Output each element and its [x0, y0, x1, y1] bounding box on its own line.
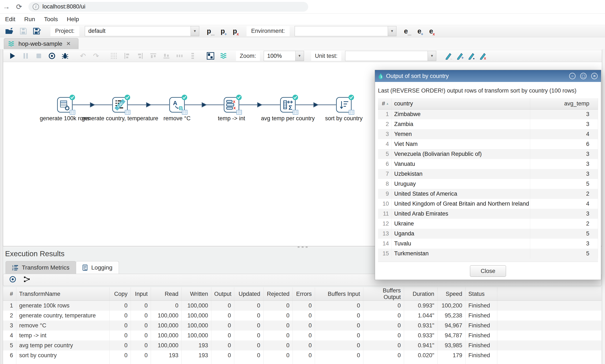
menu-edit[interactable]: Edit	[5, 16, 15, 23]
forward-icon[interactable]: →	[0, 2, 13, 11]
edit-environment-button[interactable]: e…	[404, 27, 412, 35]
row-number: 8	[378, 179, 392, 189]
metrics-col-header[interactable]: Input	[131, 287, 151, 301]
col-header-country[interactable]: country	[392, 98, 530, 109]
project-label: Project:	[50, 26, 79, 36]
preview-row[interactable]: 6 Vanuatu 3	[378, 159, 598, 169]
open-file-icon[interactable]	[5, 27, 14, 35]
preview-row[interactable]: 8 Uruguay 5	[378, 179, 598, 189]
environment-combo-arrow-icon[interactable]: ▼	[388, 26, 396, 36]
transform-sort-by-country[interactable]: sort by country	[336, 97, 352, 113]
metrics-row[interactable]: 6sort by country 00 193193 00 00 00 0.02…	[3, 351, 602, 360]
preview-row[interactable]: 9 United States of America 2	[378, 189, 598, 199]
add-project-button[interactable]: p+	[221, 27, 227, 35]
dialog-titlebar[interactable]: Output of sort by country − ▢ ✕	[375, 70, 601, 82]
detach-unit-test-button[interactable]	[468, 52, 475, 60]
tab-transform-metrics[interactable]: 12 Transform Metrics	[5, 261, 76, 274]
preview-row[interactable]: 3 Yemen 4	[378, 129, 598, 139]
metrics-row[interactable]: 5avg temp per country 00 100,000193 00 0…	[3, 340, 602, 351]
show-hide-results-eye-icon[interactable]	[9, 276, 16, 284]
col-header-num[interactable]: #▲	[378, 98, 392, 109]
project-combo-arrow-icon[interactable]: ▼	[191, 26, 199, 36]
address-bar[interactable]: i localhost:8080/ui	[28, 2, 308, 12]
preview-row[interactable]: 2 Zambia 3	[378, 119, 598, 129]
minimize-icon[interactable]: −	[569, 73, 576, 79]
show-execution-results-button[interactable]	[207, 52, 214, 60]
transform-avg-temp-per-country[interactable]: Σ avg temp per country	[280, 97, 296, 113]
metrics-row[interactable]: 3remove °C 00 100,000100,000 00 00 00 0.…	[3, 321, 602, 331]
check-badge-icon	[124, 94, 130, 102]
metrics-col-header[interactable]: #	[3, 287, 16, 301]
preview-row[interactable]: 4 Viet Nam 6	[378, 139, 598, 149]
row-number: 12	[378, 219, 392, 229]
preview-row[interactable]: 11 United Arab Emirates 3	[378, 209, 598, 219]
transform-generate-100k-rows[interactable]: generate 100k rows	[57, 97, 73, 113]
preview-row[interactable]: 5 Venezuela (Bolivarian Republic of) 3	[378, 149, 598, 159]
project-combo[interactable]: default ▼	[85, 26, 199, 36]
menu-tools[interactable]: Tools	[44, 16, 58, 23]
add-unit-test-button[interactable]: +	[456, 52, 464, 60]
left-sash[interactable]	[0, 49, 3, 364]
metrics-col-header[interactable]: Speed	[437, 287, 465, 301]
tab-hop-web-sample[interactable]: hop-web-sample ✕	[4, 38, 78, 49]
metrics-row[interactable]: 1generate 100k rows 00 0100,000 00 00 00…	[3, 301, 602, 311]
metrics-col-header[interactable]: Copy	[109, 287, 131, 301]
metrics-col-header[interactable]: Updated	[234, 287, 263, 301]
transform-generate-country-temperature[interactable]: Fake generate country, temperature	[112, 97, 128, 113]
edit-unit-test-button[interactable]: …	[445, 52, 452, 60]
page-info-icon[interactable]: i	[33, 4, 39, 10]
menu-help[interactable]: Help	[67, 16, 79, 23]
tab-title: hop-web-sample	[18, 40, 62, 47]
reload-icon[interactable]: ⟳	[13, 2, 26, 11]
tab-logging[interactable]: og Logging	[76, 261, 119, 274]
save-as-icon[interactable]	[33, 27, 42, 35]
menu-run[interactable]: Run	[24, 16, 35, 23]
preview-row[interactable]: 7 Uzbekistan 3	[378, 169, 598, 179]
environment-combo[interactable]: ▼	[295, 26, 396, 36]
metrics-row[interactable]: 2generate country, temperature 00 100,00…	[3, 311, 602, 321]
country-cell: Zimbabwe	[392, 109, 530, 119]
maximize-icon[interactable]: ▢	[580, 73, 587, 79]
delete-project-button[interactable]: px	[233, 27, 239, 35]
transform-temp-to-int[interactable]: xx temp -> int	[224, 97, 239, 113]
tab-close-icon[interactable]: ✕	[66, 40, 71, 47]
preview-row[interactable]: 10 United Kingdom of Great Britain and N…	[378, 199, 598, 209]
zoom-combo-arrow-icon[interactable]: ▼	[295, 51, 304, 61]
preview-row[interactable]: 14 Tuvalu 3	[378, 239, 598, 249]
metrics-col-header[interactable]: Errors	[292, 287, 315, 301]
pipeline-graph-icon[interactable]	[24, 276, 31, 284]
metrics-col-header[interactable]: Status	[465, 287, 497, 301]
right-sash[interactable]	[602, 49, 605, 364]
delete-environment-button[interactable]: ex	[429, 27, 435, 35]
preview-button[interactable]	[48, 52, 56, 60]
metrics-col-header[interactable]: Read	[151, 287, 181, 301]
preview-row[interactable]: 12 Ukraine 2	[378, 219, 598, 229]
add-environment-button[interactable]: e+	[417, 27, 424, 35]
metrics-col-header[interactable]: Output	[211, 287, 234, 301]
row-number: 4	[378, 139, 392, 149]
transform-remove-celsius[interactable]: AB remove °C	[169, 97, 185, 113]
preview-row[interactable]: 13 Uganda 5	[378, 229, 598, 239]
delete-unit-test-button[interactable]: x	[479, 52, 487, 60]
metrics-col-header[interactable]: Rejected	[263, 287, 292, 301]
country-cell: Yemen	[392, 129, 530, 139]
run-button[interactable]	[9, 52, 16, 60]
metrics-col-header[interactable]: TransformName	[16, 287, 109, 301]
close-icon[interactable]: ✕	[591, 73, 598, 79]
col-header-avg-temp[interactable]: avg_temp	[530, 98, 598, 109]
metrics-col-header[interactable]: Duration	[404, 287, 437, 301]
preview-row[interactable]: 1 Zimbabwe 3	[378, 109, 598, 119]
zoom-combo[interactable]: 100% ▼	[264, 51, 304, 61]
metrics-row[interactable]: 4temp -> int 00 100,000100,000 00 00 00 …	[3, 331, 602, 340]
transform-label: temp -> int	[218, 115, 245, 122]
metrics-col-header[interactable]: Buffers Input	[315, 287, 363, 301]
align-bottom-icon	[163, 52, 170, 60]
debug-button[interactable]	[61, 52, 69, 60]
preview-row[interactable]: 15 Turkmenistan 5	[378, 249, 598, 259]
dialog-close-button[interactable]: Close	[470, 265, 506, 277]
edit-project-button[interactable]: p…	[207, 27, 215, 35]
metrics-col-header[interactable]: Written	[181, 287, 211, 301]
unit-test-combo[interactable]: ▼	[345, 51, 436, 61]
unit-test-combo-arrow-icon[interactable]: ▼	[427, 51, 436, 61]
metrics-col-header[interactable]: Buffers Output	[363, 287, 404, 301]
